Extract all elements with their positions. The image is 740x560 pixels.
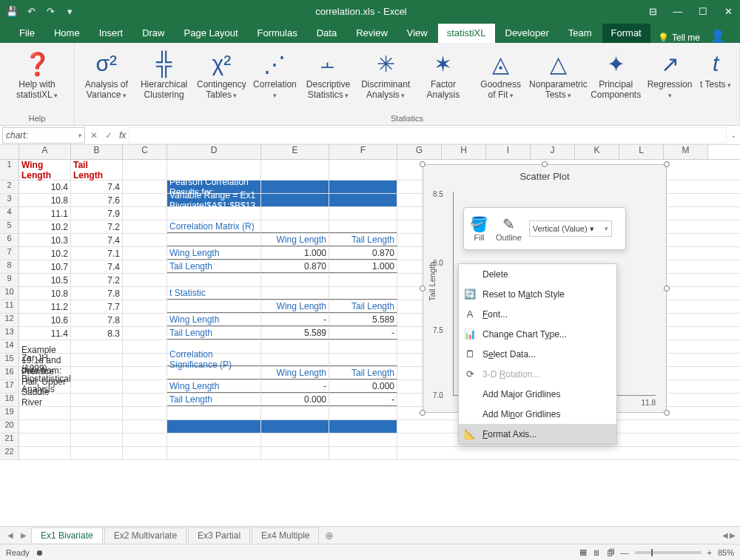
formula-input[interactable]: [129, 127, 727, 144]
hscroll-left-icon[interactable]: ◀: [722, 531, 728, 539]
cell[interactable]: [261, 434, 329, 446]
cell[interactable]: .: [71, 354, 123, 366]
cell[interactable]: 7.4: [71, 181, 123, 193]
resize-handle[interactable]: [420, 161, 426, 167]
cell[interactable]: 10.8: [19, 287, 71, 300]
axis-selector[interactable]: Vertical (Value) ▾: [529, 220, 612, 237]
col-I[interactable]: I: [486, 145, 531, 159]
cell[interactable]: Tail Length: [167, 327, 261, 340]
btn-nonparametric[interactable]: △Nonparametric Tests: [531, 46, 586, 112]
user-icon[interactable]: 👤: [706, 29, 730, 43]
btn-help-statistixl[interactable]: ❓ Help with statistiXL: [4, 46, 70, 112]
cell[interactable]: [167, 207, 261, 220]
cell[interactable]: [19, 434, 71, 446]
cell[interactable]: .: [123, 380, 167, 393]
cell[interactable]: [329, 194, 397, 206]
cell[interactable]: 8.3: [71, 327, 123, 340]
hscroll-right-icon[interactable]: ▶: [730, 531, 736, 539]
tab-format[interactable]: Format: [602, 24, 650, 43]
cell[interactable]: Tail Length: [329, 234, 397, 246]
cell[interactable]: Tail Length: [329, 367, 397, 379]
cell[interactable]: [329, 420, 397, 433]
tab-review[interactable]: Review: [347, 24, 397, 43]
enter-icon[interactable]: ✓: [101, 130, 116, 141]
next-sheet-icon[interactable]: ▶: [18, 531, 30, 539]
cell[interactable]: 0.000: [261, 394, 329, 406]
cancel-icon[interactable]: ✕: [87, 130, 101, 141]
btn-factor[interactable]: ✶Factor Analysis: [416, 46, 471, 112]
cell[interactable]: [123, 434, 167, 446]
col-A[interactable]: A: [19, 145, 71, 159]
menu-reset-style[interactable]: 🔄Reset to Match Style: [459, 284, 616, 304]
close-icon[interactable]: ✕: [722, 6, 734, 17]
context-menu[interactable]: Delete 🔄Reset to Match Style AFont... 📊C…: [458, 263, 617, 445]
cell[interactable]: [123, 394, 167, 406]
cell[interactable]: 10.5: [19, 274, 71, 286]
cell[interactable]: Tail Length: [329, 300, 397, 313]
cell[interactable]: [329, 220, 397, 233]
minimize-icon[interactable]: —: [672, 6, 684, 17]
maximize-icon[interactable]: ☐: [697, 6, 709, 17]
cell[interactable]: [329, 274, 397, 286]
tab-insert[interactable]: Insert: [90, 24, 132, 43]
tab-formulas[interactable]: Formulas: [249, 24, 306, 43]
cell[interactable]: [329, 207, 397, 220]
save-icon[interactable]: 💾: [6, 6, 18, 17]
resize-handle[interactable]: [664, 410, 670, 416]
cell[interactable]: 7.8: [71, 287, 123, 300]
cell[interactable]: [167, 274, 261, 286]
cell[interactable]: [71, 407, 123, 419]
cell[interactable]: Wing Length: [167, 247, 261, 260]
cell[interactable]: 7.9: [71, 207, 123, 220]
cell[interactable]: 7.8: [71, 314, 123, 326]
tab-pagelayout[interactable]: Page Layout: [175, 24, 247, 43]
tab-draw[interactable]: Draw: [133, 24, 173, 43]
cell[interactable]: Wing Length: [261, 367, 329, 379]
cell[interactable]: [123, 220, 167, 233]
cell[interactable]: [261, 420, 329, 433]
cell[interactable]: .: [123, 367, 167, 379]
cell[interactable]: [123, 207, 167, 220]
prev-sheet-icon[interactable]: ◀: [4, 531, 16, 539]
cell[interactable]: [167, 447, 261, 459]
cell[interactable]: Tail Length: [167, 394, 261, 406]
cell[interactable]: Prentice Hall, Upper Saddle River: [19, 380, 71, 393]
cell[interactable]: [261, 340, 329, 353]
btn-descriptive[interactable]: ⫠Descriptive Statistics: [301, 46, 356, 112]
qat-more-icon[interactable]: ▾: [64, 6, 75, 17]
view-pagebreak-icon[interactable]: 🗐: [607, 548, 615, 557]
col-G[interactable]: G: [397, 145, 442, 159]
cell[interactable]: 0.000: [329, 380, 397, 393]
cell[interactable]: .: [123, 354, 167, 366]
redo-icon[interactable]: ↷: [44, 6, 56, 17]
cell[interactable]: [167, 234, 261, 246]
cell[interactable]: [261, 194, 329, 206]
cell[interactable]: [123, 300, 167, 313]
btn-anova[interactable]: σ²Analysis of Variance: [79, 46, 134, 112]
cell[interactable]: [123, 407, 167, 419]
fx-icon[interactable]: fx: [116, 130, 129, 141]
cell[interactable]: [329, 447, 397, 459]
cell[interactable]: [123, 274, 167, 286]
cell[interactable]: Wing Length: [167, 380, 261, 393]
zoom-out-icon[interactable]: —: [621, 548, 629, 557]
chart-title[interactable]: Scatter Plot: [423, 165, 666, 188]
cell[interactable]: [123, 340, 167, 353]
cell[interactable]: 10.2: [19, 247, 71, 260]
y-axis-label[interactable]: Tail Length: [428, 261, 437, 300]
tell-me[interactable]: 💡 Tell me: [653, 33, 704, 43]
cell[interactable]: 7.1: [71, 247, 123, 260]
cell[interactable]: [71, 447, 123, 459]
view-normal-icon[interactable]: ▦: [579, 547, 587, 557]
cell[interactable]: .: [71, 380, 123, 393]
btn-regression[interactable]: ↗Regression: [646, 46, 693, 112]
col-J[interactable]: J: [531, 145, 575, 159]
cell[interactable]: [123, 287, 167, 300]
cell[interactable]: Variable Range = Ex1 Bivariate!$A$1:$B$1…: [167, 194, 261, 206]
cell[interactable]: [123, 447, 167, 459]
cell[interactable]: 1.000: [329, 260, 397, 273]
cell[interactable]: [329, 434, 397, 446]
cell[interactable]: [123, 327, 167, 340]
cell[interactable]: [123, 181, 167, 193]
btn-contingency[interactable]: χ²Contingency Tables: [194, 46, 249, 112]
